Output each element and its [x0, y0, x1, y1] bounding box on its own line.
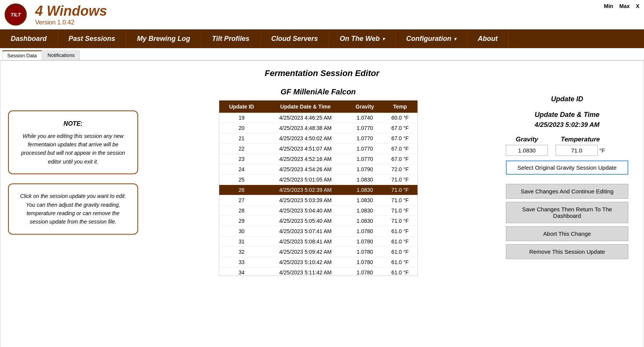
cell-temp: 67.0 °F [383, 154, 417, 164]
session-name: GF MilleniAle Falcon [150, 88, 487, 96]
cell-gravity: 1.0770 [347, 123, 383, 133]
cell-update-id: 33 [219, 257, 264, 268]
cell-update-id: 24 [219, 164, 264, 175]
table-row[interactable]: 264/25/2023 5:02:39 AM1.083071.0 °F [219, 185, 417, 195]
table-row[interactable]: 214/25/2023 4:50:02 AM1.077067.0 °F [219, 133, 417, 144]
window-controls: Min Max X [604, 3, 639, 9]
table-row[interactable]: 324/25/2023 5:09:42 AM1.078061.0 °F [219, 247, 417, 257]
cell-datetime: 4/25/2023 5:04:40 AM [264, 206, 347, 216]
table-row[interactable]: 204/25/2023 4:48:38 AM1.077067.0 °F [219, 123, 417, 133]
table-row[interactable]: 254/25/2023 5:01:05 AM1.083071.0 °F [219, 175, 417, 185]
table-row[interactable]: 314/25/2023 5:08:41 AM1.078061.0 °F [219, 237, 417, 247]
action-buttons: Save Changes And Continue EditingSave Ch… [506, 184, 628, 259]
cell-gravity: 1.0830 [347, 185, 383, 195]
cell-update-id: 19 [219, 113, 264, 123]
table-row[interactable]: 224/25/2023 4:51:07 AM1.077067.0 °F [219, 144, 417, 154]
save-dashboard-button[interactable]: Save Changes Then Return To The Dashboar… [506, 202, 628, 223]
table-row[interactable]: 284/25/2023 5:04:40 AM1.083071.0 °F [219, 206, 417, 216]
cell-temp: 61.0 °F [383, 237, 417, 247]
cell-temp: 67.0 °F [383, 133, 417, 144]
cell-update-id: 31 [219, 237, 264, 247]
table-row[interactable]: 304/25/2023 5:07:41 AM1.078061.0 °F [219, 226, 417, 237]
note-text: While you are editing this session any n… [17, 132, 129, 166]
cell-update-id: 28 [219, 206, 264, 216]
cell-datetime: 4/25/2023 5:07:41 AM [264, 226, 347, 237]
cell-gravity: 1.0770 [347, 133, 383, 144]
right-panel: Update ID Update Date & Time 4/25/2023 5… [498, 88, 636, 270]
tab-notifications[interactable]: Notifications [42, 50, 80, 60]
cell-update-id: 23 [219, 154, 264, 164]
header: TILT 4 Windows Version 1.0.42 Min Max X [0, 0, 644, 29]
table-area: GF MilleniAle Falcon Update IDUpdate Dat… [150, 88, 487, 276]
data-table: Update IDUpdate Date & TimeGravityTemp 1… [219, 101, 417, 276]
nav-item-past-sessions[interactable]: Past Sessions [58, 29, 126, 48]
cell-temp: 72.0 °F [383, 164, 417, 175]
note-text: Click on the session update you want to … [17, 192, 129, 226]
cell-datetime: 4/25/2023 4:52:16 AM [264, 154, 347, 164]
nav-item-about[interactable]: About [467, 29, 509, 48]
gravity-label: Gravity [516, 136, 538, 143]
app-logo: TILT [5, 3, 27, 26]
update-id-label: Update ID [506, 95, 628, 103]
cell-gravity: 1.0740 [347, 113, 383, 123]
nav-item-my-brewing-log[interactable]: My Brewing Log [126, 29, 201, 48]
cell-temp: 67.0 °F [383, 144, 417, 154]
table-row[interactable]: 234/25/2023 4:52:16 AM1.077067.0 °F [219, 154, 417, 164]
cell-gravity: 1.0780 [347, 247, 383, 257]
dropdown-arrow-icon: ▾ [454, 36, 456, 42]
cell-gravity: 1.0780 [347, 257, 383, 268]
cell-datetime: 4/25/2023 4:46:25 AM [264, 113, 347, 123]
save-continue-button[interactable]: Save Changes And Continue Editing [506, 184, 628, 199]
temperature-input[interactable] [556, 145, 598, 156]
cell-datetime: 4/25/2023 5:03:39 AM [264, 195, 347, 206]
cell-update-id: 32 [219, 247, 264, 257]
table-row[interactable]: 294/25/2023 5:05:40 AM1.083071.0 °F [219, 216, 417, 226]
table-row[interactable]: 194/25/2023 4:46:25 AM1.074060.0 °F [219, 113, 417, 123]
nav-item-on-the-web[interactable]: On The Web▾ [329, 29, 396, 48]
gravity-input[interactable] [506, 145, 548, 156]
cell-temp: 61.0 °F [383, 257, 417, 268]
table-row[interactable]: 244/25/2023 4:54:26 AM1.079072.0 °F [219, 164, 417, 175]
nav-item-cloud-servers[interactable]: Cloud Servers [261, 29, 329, 48]
data-table-wrapper[interactable]: Update IDUpdate Date & TimeGravityTemp 1… [219, 100, 418, 276]
max-button[interactable]: Max [619, 3, 629, 9]
table-row[interactable]: 334/25/2023 5:10:42 AM1.078061.0 °F [219, 257, 417, 268]
cell-datetime: 4/25/2023 5:11:42 AM [264, 268, 347, 276]
cell-update-id: 22 [219, 144, 264, 154]
table-row[interactable]: 344/25/2023 5:11:42 AM1.078061.0 °F [219, 268, 417, 276]
gravity-col: Gravity [506, 136, 548, 156]
cell-gravity: 1.0790 [347, 164, 383, 175]
note-title: NOTE: [17, 119, 129, 129]
cell-datetime: 4/25/2023 4:48:38 AM [264, 123, 347, 133]
left-notes: NOTE:While you are editing this session … [8, 110, 138, 244]
cell-datetime: 4/25/2023 5:08:41 AM [264, 237, 347, 247]
cell-temp: 71.0 °F [383, 216, 417, 226]
cell-temp: 61.0 °F [383, 226, 417, 237]
cell-gravity: 1.0770 [347, 154, 383, 164]
cell-datetime: 4/25/2023 4:50:02 AM [264, 133, 347, 144]
tabs-bar: Session DataNotifications [0, 48, 644, 60]
app-title: 4 Windows [35, 3, 107, 19]
cell-update-id: 34 [219, 268, 264, 276]
cell-gravity: 1.0780 [347, 268, 383, 276]
nav-item-configuration[interactable]: Configuration▾ [396, 29, 467, 48]
col-header-update-date-&-time: Update Date & Time [264, 101, 347, 113]
temperature-col: Temperature °F [556, 136, 605, 156]
cell-gravity: 1.0830 [347, 195, 383, 206]
nav-item-dashboard[interactable]: Dashboard [0, 29, 58, 48]
og-button[interactable]: Select Original Gravity Session Update [506, 161, 628, 175]
remove-button[interactable]: Remove This Session Update [506, 244, 628, 259]
col-header-gravity: Gravity [347, 101, 383, 113]
close-button[interactable]: X [636, 3, 639, 9]
abort-button[interactable]: Abort This Change [506, 226, 628, 241]
cell-datetime: 4/25/2023 5:10:42 AM [264, 257, 347, 268]
nav-item-tilt-profiles[interactable]: Tilt Profiles [201, 29, 261, 48]
cell-temp: 61.0 °F [383, 268, 417, 276]
tab-session-data[interactable]: Session Data [2, 50, 42, 60]
cell-gravity: 1.0830 [347, 206, 383, 216]
min-button[interactable]: Min [604, 3, 613, 9]
table-row[interactable]: 274/25/2023 5:03:39 AM1.083071.0 °F [219, 195, 417, 206]
content-area: NOTE:While you are editing this session … [8, 88, 636, 276]
cell-temp: 67.0 °F [383, 123, 417, 133]
app-version: Version 1.0.42 [35, 19, 107, 26]
